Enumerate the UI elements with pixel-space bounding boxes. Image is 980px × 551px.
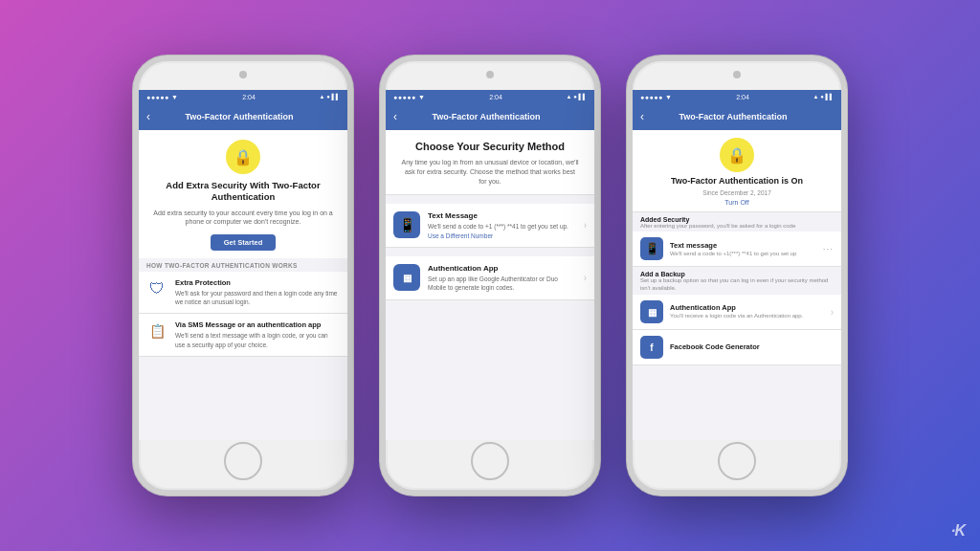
feature-item-sms: 📋 Via SMS Message or an authentication a… [139,314,347,356]
text-message-chevron-icon: › [584,220,587,231]
auth-app-backup-title: Authentication App [670,303,824,312]
auth-app-title: Authentication App [428,264,576,273]
nav-title-2: Two-Factor Authentication [403,112,569,121]
security-method-title: Choose Your Security Method [401,140,579,153]
added-security-title: Added Security [640,216,834,223]
status-time-2: 2:04 [489,94,502,100]
get-started-button[interactable]: Get Started [211,234,276,251]
nav-title-3: Two-Factor Authentication [650,112,816,121]
text-message-link[interactable]: Use a Different Number [428,232,576,239]
security-method-desc: Any time you log in from an unusual devi… [401,158,579,186]
feature-protection-text: Extra Protection We'll ask for your pass… [175,278,340,306]
status-signal-1: ●●●●● ▼ [146,94,179,100]
main-desc-1: Add extra security to your account every… [150,209,336,228]
text-message-item-desc: We'll send a code to +1(***) **41 to get… [670,251,816,258]
tfa-on-title: Two-Factor Authentication is On [671,176,803,187]
auth-app-desc: Set up an app like Google Authenticator … [428,275,576,292]
status-icons-1: ▲ ● ▌▌ [320,94,340,99]
more-options-icon[interactable]: ··· [823,244,834,254]
status-time-1: 2:04 [242,94,256,100]
nav-title-1: Two-Factor Authentication [156,112,323,121]
fb-code-generator-item[interactable]: f Facebook Code Generator [633,330,841,365]
auth-app-chevron-icon: › [584,273,587,283]
text-message-icon: 📱 [393,211,420,238]
status-icons-2: ▲ ● ▌▌ [567,94,587,99]
nav-bar-3: ‹ Two-Factor Authentication [633,103,841,130]
spacer-1 [386,195,594,203]
phone-3: ●●●●● ▼ 2:04 ▲ ● ▌▌ ‹ Two-Factor Authent… [627,55,847,496]
text-message-method[interactable]: 📱 Text Message We'll send a code to +1 (… [386,204,594,248]
nav-bar-2: ‹ Two-Factor Authentication [386,103,594,130]
feature-sms-text: Via SMS Message or an authentication app… [175,320,340,348]
auth-app-backup-chevron-icon: › [831,307,834,318]
status-bar-2: ●●●●● ▼ 2:04 ▲ ● ▌▌ [386,90,594,103]
status-signal-3: ●●●●● ▼ [640,94,673,100]
status-signal-2: ●●●●● ▼ [393,94,426,100]
auth-app-backup-text: Authentication App You'll receive a logi… [670,303,824,320]
phone-1: ●●●●● ▼ 2:04 ▲ ● ▌▌ ‹ Two-Factor Authent… [133,55,353,496]
lock-icon-3: 🔒 [720,138,754,172]
phone-3-screen: ●●●●● ▼ 2:04 ▲ ● ▌▌ ‹ Two-Factor Authent… [633,90,841,440]
text-message-title: Text Message [428,211,576,220]
feature-protection-title: Extra Protection [175,278,340,287]
screen-content-1: 🔒 Add Extra Security With Two-Factor Aut… [139,130,347,440]
nav-bar-1: ‹ Two-Factor Authentication [139,103,347,130]
phone-1-screen: ●●●●● ▼ 2:04 ▲ ● ▌▌ ‹ Two-Factor Authent… [139,90,347,440]
shield-icon: 🛡 [146,278,167,299]
auth-app-method[interactable]: ▦ Authentication App Set up an app like … [386,256,594,300]
auth-app-icon: ▦ [393,264,420,291]
text-message-item-text: Text message We'll send a code to +1(***… [670,241,816,258]
phones-container: ●●●●● ▼ 2:04 ▲ ● ▌▌ ‹ Two-Factor Authent… [133,55,847,496]
screen-content-2: Choose Your Security Method Any time you… [386,130,594,440]
fb-code-generator-text: Facebook Code Generator [670,342,834,352]
text-message-item[interactable]: 📱 Text message We'll send a code to +1(*… [633,231,841,267]
turn-off-link[interactable]: Turn Off [724,199,748,206]
lock-icon-1: 🔒 [226,140,260,174]
phone-2: ●●●●● ▼ 2:04 ▲ ● ▌▌ ‹ Two-Factor Authent… [380,55,600,496]
auth-app-backup-icon: ▦ [640,300,663,323]
sms-icon: 📋 [146,320,167,342]
feature-protection-desc: We'll ask for your password and then a l… [175,289,340,306]
spacer-2 [386,248,594,255]
tfa-on-hero: 🔒 Two-Factor Authentication is On Since … [633,130,841,212]
added-security-desc: After entering your password, you'll be … [640,223,834,231]
tfa-since: Since December 2, 2017 [702,189,771,196]
phone-2-screen: ●●●●● ▼ 2:04 ▲ ● ▌▌ ‹ Two-Factor Authent… [386,90,594,440]
back-button-3[interactable]: ‹ [640,110,644,123]
hero-section-1: 🔒 Add Extra Security With Two-Factor Aut… [139,130,347,258]
add-backup-desc: Set up a backup option so that you can l… [640,277,834,293]
add-backup-section-header: Add a Backup Set up a backup option so t… [633,267,841,295]
added-security-section-header: Added Security After entering your passw… [633,212,841,232]
status-bar-3: ●●●●● ▼ 2:04 ▲ ● ▌▌ [633,90,841,103]
feature-sms-title: Via SMS Message or an authentication app [175,320,340,329]
status-bar-1: ●●●●● ▼ 2:04 ▲ ● ▌▌ [139,90,347,103]
back-button-2[interactable]: ‹ [393,110,397,123]
watermark: ·K [951,522,965,540]
add-backup-title: Add a Backup [640,271,834,277]
security-method-intro: Choose Your Security Method Any time you… [386,130,594,195]
auth-app-text: Authentication App Set up an app like Go… [428,264,576,292]
auth-app-backup-desc: You'll receive a login code via an Authe… [670,313,824,320]
text-message-text: Text Message We'll send a code to +1 (**… [428,211,576,239]
screen-content-3: 🔒 Two-Factor Authentication is On Since … [633,130,841,440]
back-button-1[interactable]: ‹ [146,110,150,123]
status-icons-3: ▲ ● ▌▌ [813,94,834,99]
text-message-desc: We'll send a code to +1 (***) **41 to ge… [428,222,576,231]
status-time-3: 2:04 [736,94,749,100]
main-title-1: Add Extra Security With Two-Factor Authe… [150,180,336,204]
feature-sms-desc: We'll send a text message with a login c… [175,331,340,348]
text-message-item-icon: 📱 [640,237,663,260]
section-header-1: How Two-Factor Authentication Works [139,258,347,272]
fb-code-generator-title: Facebook Code Generator [670,342,834,351]
text-message-item-title: Text message [670,241,816,250]
auth-app-backup-item[interactable]: ▦ Authentication App You'll receive a lo… [633,295,841,330]
fb-code-generator-icon: f [640,336,663,359]
feature-item-protection: 🛡 Extra Protection We'll ask for your pa… [139,272,347,314]
